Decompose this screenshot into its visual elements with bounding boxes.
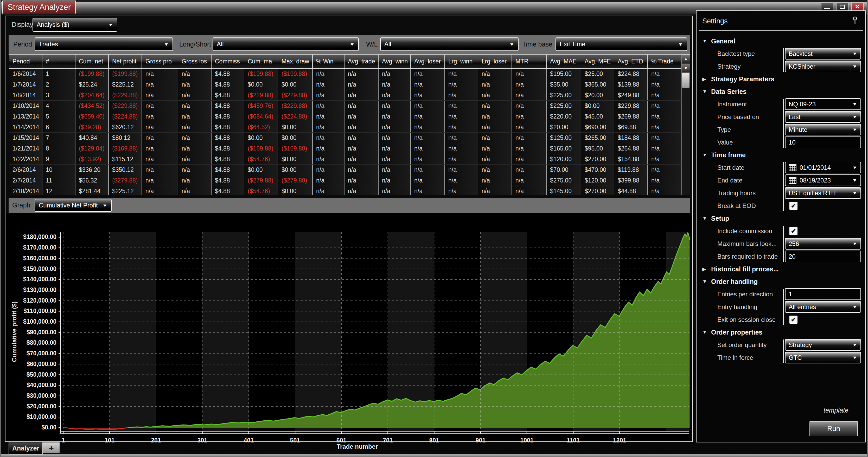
settings-section-historical-fill-proces-[interactable]: ▶Historical fill proces... xyxy=(696,263,865,275)
longshort-filter-dropdown[interactable]: All▼ xyxy=(213,37,359,51)
column-header-cum-ma[interactable]: Cum. ma xyxy=(244,55,278,68)
table-cell: n/a xyxy=(313,186,344,195)
table-cell: n/a xyxy=(512,154,547,164)
table-cell: n/a xyxy=(445,69,478,79)
column-header-lrg-loser[interactable]: Lrg. loser xyxy=(478,55,512,68)
maximize-button[interactable] xyxy=(836,2,848,11)
column-header-avg-winn[interactable]: Avg. winn xyxy=(379,55,411,68)
column-header-avg-mae[interactable]: Avg. MAE xyxy=(547,55,581,68)
entries-per-direction-input[interactable]: 1 xyxy=(785,288,861,300)
value-text: 20 xyxy=(788,253,796,260)
add-tab-button[interactable]: + xyxy=(43,443,60,453)
graph-type-dropdown[interactable]: Cumulative Net Profit ▼ xyxy=(35,199,112,212)
value-text: 01/01/2014 xyxy=(800,164,831,171)
table-row[interactable]: 2/10/201412$281.44$225.12n/an/a$4.88($54… xyxy=(9,186,681,195)
settings-row: InstrumentNQ 09-23▼ xyxy=(696,98,865,110)
section-label: Order handling xyxy=(711,278,758,286)
table-cell: n/a xyxy=(411,186,445,195)
section-label: Order properties xyxy=(711,329,762,336)
close-button[interactable]: ✕ xyxy=(851,2,864,11)
table-cell: n/a xyxy=(178,101,212,111)
column-header-lrg-winn[interactable]: Lrg. winn xyxy=(445,55,478,68)
column-header-net-profit[interactable]: Net profit xyxy=(109,55,142,68)
column-header--trade[interactable]: % Trade xyxy=(648,55,681,68)
maximum-bars-look--dropdown[interactable]: 256▼ xyxy=(785,238,861,250)
x-tick-label: 901 xyxy=(468,437,494,444)
run-button[interactable]: Run xyxy=(809,421,858,436)
settings-section-time-frame[interactable]: ▼Time frame xyxy=(696,149,865,161)
value-input[interactable]: 10 xyxy=(785,136,861,148)
period-filter-dropdown[interactable]: Trades▼ xyxy=(35,37,173,51)
column-header-mtr[interactable]: MTR xyxy=(512,55,547,68)
time-in-force-dropdown[interactable]: GTC▼ xyxy=(785,352,861,363)
column-header-avg-trade[interactable]: Avg. trade xyxy=(344,55,379,68)
scrollbar-thumb[interactable] xyxy=(682,73,689,88)
table-cell: $0.00 xyxy=(278,133,313,143)
entry-handling-dropdown[interactable]: All entries▼ xyxy=(785,301,861,313)
settings-section-order-properties[interactable]: ▼Order properties xyxy=(696,326,865,338)
minimize-button[interactable] xyxy=(821,2,833,11)
maximize-icon xyxy=(840,5,845,9)
table-cell: n/a xyxy=(478,101,512,111)
display-dropdown[interactable]: Analysis ($) ▼ xyxy=(33,18,117,32)
pin-icon[interactable] xyxy=(851,16,858,26)
scroll-up-button[interactable]: ▲ xyxy=(682,55,690,63)
table-cell: 1/22/2014 xyxy=(9,154,42,164)
table-row[interactable]: 1/6/20141($199.88)($199.88)n/an/a$4.88($… xyxy=(9,69,681,79)
include-commission-checkbox[interactable]: ✔ xyxy=(789,227,798,235)
table-row[interactable]: 1/14/20146($39.28)$620.12n/an/a$4.88($64… xyxy=(9,122,681,133)
settings-section-general[interactable]: ▼General xyxy=(696,35,865,47)
backtest-type-dropdown[interactable]: Backtest▼ xyxy=(785,48,861,60)
section-rows: Include commission✔Maximum bars look...2… xyxy=(696,225,865,263)
table-row[interactable]: 1/15/20147$40.84$80.12n/an/a$4.88$0.00$0… xyxy=(9,133,681,143)
table-cell: n/a xyxy=(379,79,411,90)
strategy-analyzer-tab[interactable]: Strategy Analyzer xyxy=(2,1,76,13)
column-header-avg-loser[interactable]: Avg. loser xyxy=(411,55,445,68)
timebase-filter-dropdown[interactable]: Exit Time▼ xyxy=(556,37,687,51)
section-rows: Start date01/01/2014▼End date08/19/2023▼… xyxy=(696,161,865,212)
scroll-down-button[interactable]: ▼ xyxy=(682,64,690,73)
settings-section-strategy-parameters[interactable]: ▶Strategy Parameters xyxy=(696,73,865,85)
trading-hours-dropdown[interactable]: US Equities RTH▼ xyxy=(785,187,861,199)
analyzer-tab[interactable]: Analyzer xyxy=(8,443,43,454)
column-header-period[interactable]: Period xyxy=(9,55,42,68)
wl-filter-dropdown[interactable]: All▼ xyxy=(380,37,519,51)
table-row[interactable]: 1/22/20149($13.92)$115.12n/an/a$4.88($54… xyxy=(9,154,681,165)
column-header-avg-etd[interactable]: Avg. ETD xyxy=(614,55,648,68)
table-vertical-scrollbar[interactable]: ▲ ▼ xyxy=(681,55,690,195)
column-header-avg-mfe[interactable]: Avg. MFE xyxy=(581,55,614,68)
bars-required-to-trade-input[interactable]: 20 xyxy=(785,251,861,262)
end-date-picker[interactable]: 08/19/2023▼ xyxy=(785,174,861,186)
start-date-picker[interactable]: 01/01/2014▼ xyxy=(785,162,861,173)
exit-on-session-close-checkbox[interactable]: ✔ xyxy=(789,316,798,324)
settings-section-order-handling[interactable]: ▼Order handling xyxy=(696,275,865,288)
table-cell: n/a xyxy=(313,122,344,132)
setting-label: Backtest type xyxy=(717,50,785,58)
column-header-cum-net[interactable]: Cum. net xyxy=(75,55,109,68)
table-cell: n/a xyxy=(344,90,379,100)
table-cell: ($169.88) xyxy=(109,143,142,154)
column-header-commiss[interactable]: Commiss xyxy=(212,55,244,68)
table-row[interactable]: 1/7/20142$25.24$225.12n/an/a$4.88$0.00$0… xyxy=(9,79,681,90)
column-header--[interactable]: # xyxy=(42,55,75,68)
column-header--win[interactable]: % Win xyxy=(313,55,344,68)
template-link[interactable]: template xyxy=(824,406,848,414)
set-order-quantity-dropdown[interactable]: Strategy▼ xyxy=(785,339,861,351)
table-row[interactable]: 1/10/20144($434.52)($229.88)n/an/a$4.88(… xyxy=(9,101,681,111)
strategy-dropdown[interactable]: KCSniper▼ xyxy=(785,61,861,72)
column-header-gross-pro[interactable]: Gross pro xyxy=(142,55,178,68)
table-row[interactable]: 2/6/201410$336.20$350.12n/an/a$4.88$0.00… xyxy=(9,165,681,175)
settings-section-setup[interactable]: ▼Setup xyxy=(696,212,865,225)
column-header-gross-los[interactable]: Gross los xyxy=(178,55,212,68)
table-row[interactable]: 2/7/201411$56.32($279.88)n/an/a$4.88($27… xyxy=(9,175,681,186)
table-row[interactable]: 1/8/20143($204.64)($229.88)n/an/a$4.88($… xyxy=(9,90,681,101)
instrument-dropdown[interactable]: NQ 09-23▼ xyxy=(785,98,861,110)
type-dropdown[interactable]: Minute▼ xyxy=(785,124,861,135)
table-row[interactable]: 1/21/20148($129.04)($169.88)n/an/a$4.88(… xyxy=(9,143,681,154)
break-at-eod-checkbox[interactable]: ✔ xyxy=(789,202,798,210)
column-header-max-draw[interactable]: Max. draw xyxy=(278,55,313,68)
table-cell: n/a xyxy=(512,133,547,143)
price-based-on-dropdown[interactable]: Last▼ xyxy=(785,111,861,123)
settings-section-data-series[interactable]: ▼Data Series xyxy=(696,85,865,98)
table-row[interactable]: 1/13/20145($659.40)($224.88)n/an/a$4.88(… xyxy=(9,111,681,122)
